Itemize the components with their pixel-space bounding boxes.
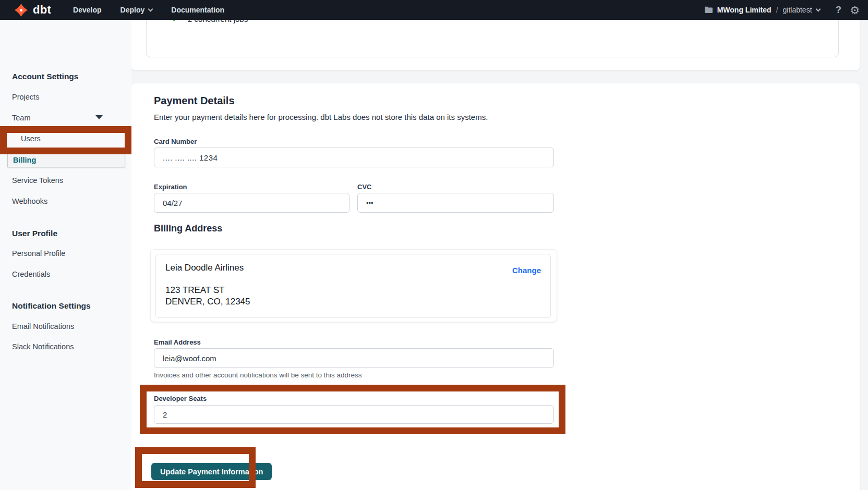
nav-item-develop-label: Develop: [73, 6, 101, 14]
nav-links: Develop Deploy Documentation: [73, 6, 224, 14]
sidebar-item-users[interactable]: Users: [21, 131, 41, 146]
email-helper-text: Invoices and other account notifications…: [154, 371, 361, 379]
developer-seats-input[interactable]: [154, 405, 554, 424]
cvc-input[interactable]: [357, 193, 554, 213]
sidebar-item-email-notifications[interactable]: Email Notifications: [12, 319, 74, 334]
sidebar-item-billing-label: Billing: [13, 156, 36, 164]
card-number-label: Card Number: [154, 138, 197, 145]
nav-right: MWong Limited / gitlabtest ? ⚙: [704, 4, 860, 16]
nav-item-develop[interactable]: Develop: [73, 6, 101, 14]
gear-icon[interactable]: ⚙: [850, 5, 860, 16]
nav-item-documentation-label: Documentation: [171, 6, 224, 14]
expiration-label: Expiration: [154, 183, 187, 191]
card-number-input[interactable]: [154, 148, 554, 167]
settings-sidebar: Account Settings Projects Team Users Bil…: [0, 20, 131, 490]
chevron-down-icon[interactable]: [815, 6, 821, 11]
sidebar-item-service-tokens[interactable]: Service Tokens: [12, 173, 63, 188]
sidebar-item-slack-notifications[interactable]: Slack Notifications: [12, 339, 74, 354]
sidebar-item-credentials[interactable]: Credentials: [12, 267, 50, 281]
email-address-input[interactable]: [154, 348, 554, 368]
breadcrumb-separator: /: [776, 6, 778, 14]
payment-details-card: Payment Details Enter your payment detai…: [131, 83, 860, 490]
dbt-logo-icon: [14, 3, 28, 17]
billing-address-line2: DENVER, CO, 12345: [165, 296, 250, 308]
sidebar-heading-user-profile: User Profile: [12, 226, 57, 241]
project-switcher[interactable]: gitlabtest: [783, 6, 812, 14]
caret-down-icon[interactable]: [95, 115, 103, 119]
email-address-label: Email Address: [154, 338, 201, 346]
sidebar-heading-account-settings: Account Settings: [12, 69, 78, 84]
sidebar-item-team[interactable]: Team: [12, 111, 30, 125]
dbt-logo[interactable]: dbt: [14, 3, 51, 17]
change-address-link[interactable]: Change: [512, 266, 541, 275]
billing-address-widget: Leia Doodle Airlines Change 123 TREAT ST…: [150, 249, 557, 322]
nav-item-deploy-label: Deploy: [120, 6, 145, 14]
sidebar-heading-notification-settings: Notification Settings: [12, 299, 91, 313]
help-icon[interactable]: ?: [836, 4, 842, 16]
expiration-input[interactable]: [154, 193, 349, 213]
cvc-label: CVC: [357, 183, 371, 191]
top-nav: dbt Develop Deploy Documentation MWong L…: [0, 0, 868, 20]
account-name[interactable]: MWong Limited: [717, 6, 771, 14]
billing-address-lines: 123 TREAT ST DENVER, CO, 12345: [165, 285, 250, 308]
sidebar-item-projects[interactable]: Projects: [12, 90, 39, 104]
developer-seats-label: Developer Seats: [154, 395, 207, 402]
brand-name: dbt: [33, 3, 51, 17]
update-payment-button[interactable]: Update Payment Information: [151, 463, 272, 480]
billing-address-title: Billing Address: [154, 223, 222, 234]
billing-settings-page: dbt Develop Deploy Documentation MWong L…: [0, 0, 868, 490]
payment-details-title: Payment Details: [154, 95, 235, 107]
billing-address-name: Leia Doodle Airlines: [165, 263, 244, 273]
billing-address-line1: 123 TREAT ST: [165, 285, 250, 296]
sidebar-item-billing[interactable]: Billing: [7, 152, 125, 167]
nav-item-deploy[interactable]: Deploy: [120, 6, 153, 14]
sidebar-item-personal-profile[interactable]: Personal Profile: [12, 246, 65, 261]
payment-details-description: Enter your payment details here for proc…: [154, 113, 488, 121]
sidebar-item-webhooks[interactable]: Webhooks: [12, 194, 47, 209]
billing-address-card: Leia Doodle Airlines Change 123 TREAT ST…: [155, 254, 551, 318]
chevron-down-icon: [148, 6, 153, 11]
folder-icon: [704, 6, 713, 14]
nav-item-documentation[interactable]: Documentation: [171, 6, 224, 14]
